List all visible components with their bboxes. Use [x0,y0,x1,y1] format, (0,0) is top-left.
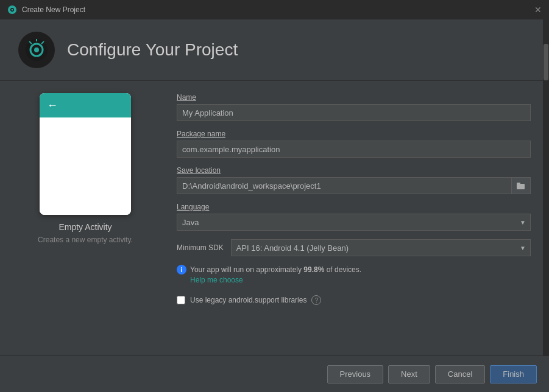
info-text: i Your app will run on approximately 99.… [177,265,531,275]
checkbox-help-icon[interactable]: ? [311,295,321,305]
save-location-row [177,177,531,194]
scrollbar-track [543,19,549,355]
header: Configure Your Project [0,19,549,81]
language-select[interactable]: Java Kotlin [177,214,531,231]
title-bar-left: Create New Project [7,5,85,15]
package-label: Package name [177,130,531,138]
title-bar: Create New Project ✕ [0,0,549,19]
activity-label: Empty Activity [58,222,112,232]
android-icon [24,38,49,62]
svg-point-5 [34,47,39,52]
scrollbar-thumb[interactable] [544,44,548,80]
phone-header: ← [40,93,131,117]
back-icon: ← [47,99,58,112]
finish-button[interactable]: Finish [490,365,537,383]
language-label: Language [177,203,531,211]
phone-preview: ← [40,93,131,215]
save-location-label: Save location [177,166,531,175]
info-icon: i [177,265,186,275]
android-logo [18,32,55,68]
checkbox-row: Use legacy android.support libraries ? [177,295,531,305]
folder-icon [517,182,525,189]
name-label: Name [177,93,531,102]
language-select-wrapper: Java Kotlin ▼ [177,214,531,231]
svg-rect-9 [517,184,525,189]
save-location-input[interactable] [177,177,512,194]
cancel-button[interactable]: Cancel [435,365,485,383]
sdk-label: Minimum SDK [177,243,224,252]
left-panel: ← Empty Activity Creates a new empty act… [18,93,152,343]
sdk-row: Minimum SDK API 16: Android 4.1 (Jelly B… [177,239,531,256]
help-me-choose-link[interactable]: Help me choose [190,276,531,284]
save-location-field-group: Save location [177,166,531,194]
android-studio-icon [7,5,17,15]
next-button[interactable]: Next [388,365,430,383]
legacy-support-checkbox[interactable] [177,296,185,304]
language-field-group: Language Java Kotlin ▼ [177,203,531,231]
footer: Previous Next Cancel Finish [0,355,549,392]
package-input[interactable] [177,141,531,158]
sdk-select[interactable]: API 16: Android 4.1 (Jelly Bean) API 21:… [231,239,531,256]
svg-point-2 [12,9,13,11]
browse-button[interactable] [512,177,531,194]
content-area: ← Empty Activity Creates a new empty act… [0,81,549,355]
page-title: Configure Your Project [67,40,238,60]
package-field-group: Package name [177,130,531,158]
previous-button[interactable]: Previous [327,365,384,383]
svg-rect-10 [517,183,520,184]
activity-desc: Creates a new empty activity. [38,236,133,244]
phone-body [40,117,131,215]
info-text-content: Your app will run on approximately 99.8%… [190,265,361,274]
checkbox-label: Use legacy android.support libraries [190,296,306,304]
right-panel: Name Package name Save location [177,93,531,343]
title-bar-text: Create New Project [22,5,85,14]
sdk-select-wrapper: API 16: Android 4.1 (Jelly Bean) API 21:… [231,239,531,256]
close-icon[interactable]: ✕ [534,5,542,15]
name-input[interactable] [177,104,531,121]
info-row: i Your app will run on approximately 99.… [177,265,531,284]
name-field-group: Name [177,93,531,121]
